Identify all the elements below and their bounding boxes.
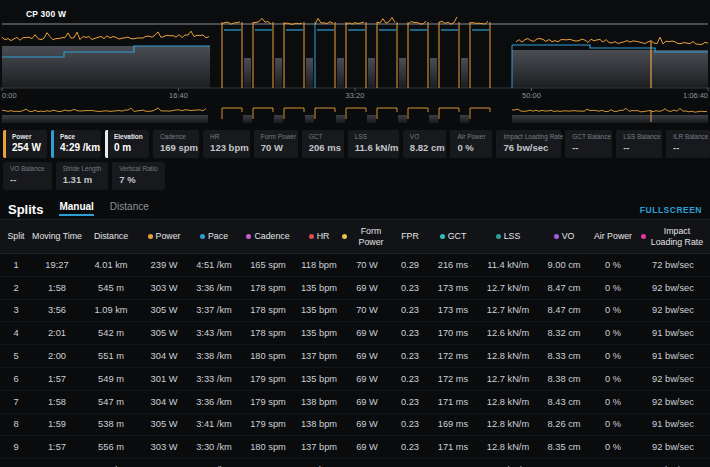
fullscreen-button[interactable]: FULLSCREEN — [640, 206, 702, 217]
activity-power-chart[interactable]: 0:0016:4033:2050:001:06:40 CP 300 W — [0, 0, 710, 100]
cell-cadence: 180 spm — [240, 351, 296, 361]
svg-text:16:40: 16:40 — [169, 91, 188, 100]
metric-value: 206 ms — [309, 142, 337, 153]
split-row-10[interactable]: 1018:273.47 km222 W5:19 /km162 spm117 bp… — [0, 459, 710, 467]
cell-vo: 8.38 cm — [538, 374, 590, 384]
tab-distance[interactable]: Distance — [110, 202, 149, 216]
cell-cadence: 178 spm — [240, 328, 296, 338]
metric-box-cadence[interactable]: Cadence169 spm — [153, 130, 199, 158]
column-header-cadence: Cadence — [240, 231, 296, 241]
metric-value: 70 W — [261, 142, 291, 153]
metric-box-vo[interactable]: VO8.82 cm — [403, 130, 447, 158]
cell-pace: 3:41 /km — [188, 419, 240, 429]
split-row-7[interactable]: 71:58547 m304 W3:36 /km179 spm138 bpm69 … — [0, 391, 710, 414]
metric-box-gct[interactable]: GCT206 ms — [302, 130, 344, 158]
svg-text:0:00: 0:00 — [2, 91, 17, 100]
series-color-dot — [440, 234, 445, 239]
cell-air-power: 0 % — [590, 328, 636, 338]
metric-box-air-power[interactable]: Air Power0 % — [450, 130, 492, 158]
metric-box-power[interactable]: Power254 W — [3, 130, 47, 158]
metric-box-hr[interactable]: HR123 bpm — [203, 130, 250, 158]
cell-air-power: 0 % — [590, 419, 636, 429]
split-row-5[interactable]: 52:00551 m304 W3:38 /km180 spm137 bpm69 … — [0, 345, 710, 368]
split-row-8[interactable]: 81:59538 m305 W3:41 /km179 spm138 bpm69 … — [0, 414, 710, 437]
metric-value: 169 spm — [160, 142, 192, 153]
metric-label: VO — [410, 133, 440, 140]
metric-box-lss[interactable]: LSS11.6 kN/m — [348, 130, 399, 158]
cell-form-power: 70 W — [342, 305, 392, 315]
cell-cadence: 179 spm — [240, 374, 296, 384]
chart-navigator-minimap[interactable] — [0, 100, 710, 128]
metric-box-impact-loading-rate[interactable]: Impact Loading Rate76 bw/sec — [496, 130, 561, 158]
split-row-3[interactable]: 33:561.09 km305 W3:37 /km178 spm135 bpm7… — [0, 300, 710, 323]
metric-value: 11.6 kN/m — [355, 142, 392, 153]
cell-power: 239 W — [140, 260, 188, 270]
metric-value: -- — [10, 174, 45, 185]
metric-value: 4:29 /km — [60, 142, 94, 153]
cell-fpr: 0.29 — [392, 260, 428, 270]
metric-label: Power — [12, 133, 40, 140]
metric-panel: Power254 WPace4:29 /kmElevation0 mCadenc… — [0, 128, 710, 190]
cell-impact-loading-rate: 92 bw/sec — [636, 397, 710, 407]
metric-label: LSS Balance — [623, 133, 655, 140]
cell-fpr: 0.23 — [392, 397, 428, 407]
chart-navigator[interactable] — [0, 100, 710, 128]
series-color-dot — [148, 234, 153, 239]
column-header-hr: HR — [296, 231, 342, 241]
cell-distance: 547 m — [82, 397, 140, 407]
metric-box-gct-balance[interactable]: GCT Balance-- — [565, 130, 612, 158]
cell-air-power: 0 % — [590, 397, 636, 407]
column-header-power: Power — [140, 231, 188, 241]
metric-box-ilr-balance[interactable]: ILR Balance-- — [666, 130, 710, 158]
cell-impact-loading-rate: 91 bw/sec — [636, 419, 710, 429]
svg-text:1:06:40: 1:06:40 — [683, 91, 708, 100]
split-row-1[interactable]: 119:274.01 km239 W4:51 /km165 spm118 bpm… — [0, 254, 710, 277]
metric-box-vo-balance[interactable]: VO Balance-- — [3, 162, 52, 190]
cell-lss: 12.8 kN/m — [478, 397, 538, 407]
column-header-vo: VO — [538, 231, 590, 241]
series-color-dot — [309, 234, 314, 239]
cell-fpr: 0.23 — [392, 305, 428, 315]
cell-power: 305 W — [140, 305, 188, 315]
cell-lss: 12.8 kN/m — [478, 442, 538, 452]
metric-box-form-power[interactable]: Form Power70 W — [254, 130, 298, 158]
splits-header-bar: Splits ManualDistance FULLSCREEN — [0, 194, 710, 216]
cell-form-power: 69 W — [342, 419, 392, 429]
metric-box-elevation[interactable]: Elevation0 m — [105, 130, 149, 158]
cell-split: 9 — [0, 442, 32, 452]
metric-box-lss-balance[interactable]: LSS Balance-- — [616, 130, 662, 158]
metric-box-vertical-ratio[interactable]: Vertical Ratio7 % — [112, 162, 164, 190]
split-row-9[interactable]: 91:57556 m303 W3:30 /km180 spm137 bpm69 … — [0, 436, 710, 459]
metric-box-pace[interactable]: Pace4:29 /km — [51, 130, 101, 158]
cell-distance: 551 m — [82, 351, 140, 361]
cell-gct: 216 ms — [428, 260, 478, 270]
cell-distance: 1.09 km — [82, 305, 140, 315]
cell-form-power: 69 W — [342, 374, 392, 384]
cell-moving-time: 2:01 — [32, 328, 82, 338]
cell-air-power: 0 % — [590, 442, 636, 452]
cell-pace: 3:36 /km — [188, 397, 240, 407]
tab-manual[interactable]: Manual — [59, 202, 93, 216]
splits-tabs: ManualDistance — [59, 202, 164, 216]
split-row-2[interactable]: 21:58545 m303 W3:36 /km178 spm135 bpm69 … — [0, 277, 710, 300]
power-pace-elevation-chart[interactable]: 0:0016:4033:2050:001:06:40 — [0, 0, 710, 100]
cell-hr: 135 bpm — [296, 328, 342, 338]
cell-fpr: 0.23 — [392, 328, 428, 338]
cell-split: 4 — [0, 328, 32, 338]
series-color-dot — [200, 234, 205, 239]
metric-label: Air Power — [457, 133, 485, 140]
metric-label: LSS — [355, 133, 392, 140]
cell-distance: 545 m — [82, 283, 140, 293]
cell-gct: 173 ms — [428, 305, 478, 315]
metric-label: VO Balance — [10, 165, 45, 172]
cell-hr: 138 bpm — [296, 419, 342, 429]
split-row-6[interactable]: 61:57549 m301 W3:33 /km179 spm135 bpm69 … — [0, 368, 710, 391]
metric-value: 1.31 m — [63, 174, 102, 185]
cell-hr: 135 bpm — [296, 374, 342, 384]
cell-power: 305 W — [140, 328, 188, 338]
split-row-4[interactable]: 42:01542 m305 W3:43 /km178 spm135 bpm69 … — [0, 322, 710, 345]
metric-box-stride-length[interactable]: Stride Length1.31 m — [56, 162, 109, 190]
cell-cadence: 179 spm — [240, 397, 296, 407]
cell-form-power: 69 W — [342, 351, 392, 361]
cell-moving-time: 1:59 — [32, 419, 82, 429]
